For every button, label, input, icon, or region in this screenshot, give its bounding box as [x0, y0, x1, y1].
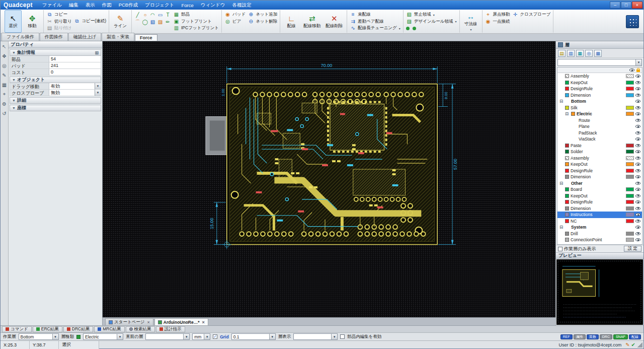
layer-row[interactable]: KeepOut — [557, 161, 642, 168]
net-add-button[interactable]: ⊕ネット追加 — [248, 12, 277, 18]
origin-move-button[interactable]: ⌖原点移動 — [485, 12, 510, 18]
menu-draw[interactable]: 作図 — [99, 1, 115, 10]
target-tool-icon[interactable]: ⌖ — [2, 91, 8, 97]
footprint-button[interactable]: ▣フットプリント — [173, 19, 219, 25]
ellipse-tool-icon[interactable]: ◯ — [142, 19, 148, 25]
grid-tool-icon[interactable]: ▦ — [2, 82, 8, 88]
layer-row[interactable]: Paste — [557, 143, 642, 149]
tab-check-finish[interactable]: 確認仕上げ — [68, 33, 101, 41]
visibility-eye-icon[interactable] — [635, 213, 640, 216]
close-tab-icon[interactable]: × — [147, 320, 150, 325]
visibility-eye-icon[interactable] — [635, 220, 640, 223]
dropdown-arrow-icon[interactable]: ▼ — [95, 83, 101, 89]
move-button[interactable]: ✥移動 — [24, 10, 41, 33]
polyline-tool-icon[interactable]: ╱ — [134, 12, 141, 18]
layer-row[interactable]: DesignRule — [557, 199, 642, 205]
toggle-badge[interactable]: 英数 — [587, 334, 599, 339]
layer-search-icon[interactable]: ◎ — [585, 50, 593, 57]
layer-row[interactable]: Board — [557, 186, 642, 193]
unit-select[interactable]: mm▼ — [192, 333, 210, 340]
tab-draw-ops[interactable]: 作図操作 — [40, 33, 68, 41]
layer-row[interactable]: DesignRule — [557, 168, 642, 174]
dimension-button[interactable]: ↔寸法線▾ — [462, 10, 479, 33]
inner-edit-checkbox[interactable] — [340, 334, 345, 339]
copy-sequential-button[interactable]: ⧉コピー(連続) — [73, 18, 106, 25]
visibility-eye-icon[interactable] — [635, 131, 640, 134]
visibility-eye-icon[interactable] — [635, 169, 640, 172]
app-launcher-grid-button[interactable] — [626, 15, 639, 28]
dropdown-arrow-icon[interactable]: ▼ — [95, 90, 101, 96]
menu-settings[interactable]: 各種設定 — [228, 1, 255, 10]
visibility-eye-icon[interactable] — [635, 150, 640, 153]
tab-design-instructions[interactable]: 設計指示 — [156, 326, 185, 332]
route-delete-button[interactable]: ✕配線削除 — [324, 10, 344, 33]
layer-set-icon[interactable]: ▥ — [567, 50, 575, 57]
tab-arduino-document[interactable]: ArduinoUnoRe…* × — [154, 318, 208, 325]
cut-button[interactable]: ✂切り取り — [46, 19, 71, 25]
menu-window[interactable]: ウィンドウ — [197, 1, 229, 10]
visibility-eye-icon[interactable] — [635, 182, 640, 185]
visibility-eye-icon[interactable] — [635, 194, 640, 197]
one-point-button[interactable]: ◉一点接続 — [485, 19, 510, 25]
draw-tool-icon[interactable]: ✎ — [2, 72, 8, 78]
visibility-eye-icon[interactable] — [635, 144, 640, 147]
section-options-icon[interactable]: ⊞ — [95, 50, 99, 55]
collapse-icon[interactable]: ⊟ — [559, 181, 564, 186]
toggle-badge[interactable]: REF — [560, 334, 573, 339]
layer-row[interactable]: DesignRule — [557, 86, 642, 92]
layer-group-row[interactable]: ⊟Other — [557, 180, 642, 187]
layer-row[interactable]: Silk — [557, 105, 642, 111]
layer-row-selected[interactable]: Instructions — [557, 212, 642, 218]
layer-row[interactable]: KeepOut — [557, 80, 642, 86]
arc-tool-icon[interactable]: ◠ — [149, 12, 156, 18]
layer-row[interactable]: NC — [557, 218, 642, 225]
grid-size-select[interactable]: 0.1▼ — [231, 333, 276, 340]
tab-file-ops[interactable]: ファイル操作 — [2, 33, 39, 41]
paste-button[interactable]: ▤貼り付け — [46, 25, 71, 32]
part-button[interactable]: ▦部品 — [173, 12, 219, 18]
layer-row[interactable]: Dimension — [557, 205, 642, 212]
design-rule-area-button[interactable]: ▨デザインルール領域▾ — [406, 19, 457, 25]
layer-row[interactable]: PadStack — [557, 130, 642, 136]
pen-tool-icon[interactable]: ✏ — [165, 19, 171, 25]
grid-checkbox[interactable]: ✓ — [213, 334, 217, 339]
layer-row[interactable]: Assembly — [557, 155, 642, 162]
net-remove-button[interactable]: ⊖ネット解除 — [248, 19, 277, 25]
visibility-eye-icon[interactable] — [635, 238, 640, 241]
layer-group-row[interactable]: ⊟Electric — [557, 111, 642, 117]
resize-grip[interactable] — [637, 342, 642, 347]
ipc-footprint-button[interactable]: ▥IPCフットプリント — [173, 25, 219, 32]
area-option-dots[interactable] — [406, 25, 457, 32]
section-coord-header[interactable]: ▼座標 — [10, 105, 101, 111]
text-tool-icon[interactable]: T — [165, 12, 171, 18]
working-layer-select[interactable]: Bottom▼ — [19, 333, 59, 340]
toggle-badge[interactable]: SNAP — [613, 334, 628, 339]
select-tool-icon[interactable]: ↖ — [2, 43, 8, 49]
section-summary-header[interactable]: ▼集計情報⊞ — [10, 49, 101, 56]
section-detail-header[interactable]: ▼詳細 — [10, 97, 101, 104]
layer-settings-button[interactable]: 設 定 — [624, 246, 641, 252]
pad-button[interactable]: ◉パッド — [224, 12, 246, 18]
tab-manufacture[interactable]: 製造・実装 — [102, 33, 134, 41]
minimize-button[interactable]: – — [610, 2, 620, 9]
layer-group-row[interactable]: ⊟Bottom — [557, 98, 642, 105]
pcb-canvas[interactable]: 70.00 57.00 15.00 8.00 1.00 — [103, 41, 555, 317]
pan-tool-icon[interactable]: ✥ — [2, 53, 8, 59]
menu-project[interactable]: プロジェクト — [141, 1, 178, 10]
menu-file[interactable]: ファイル — [39, 1, 65, 10]
visibility-eye-icon[interactable] — [635, 157, 640, 160]
visibility-eye-icon[interactable] — [635, 112, 640, 115]
maximize-button[interactable]: □ — [621, 2, 631, 9]
layer-filter-select[interactable]: ▼ — [557, 59, 642, 66]
previous-layer-select[interactable]: ▼ — [145, 333, 190, 340]
close-button[interactable]: × — [632, 2, 642, 9]
bundle-route-button[interactable]: ≡束配線 — [350, 12, 400, 18]
layer-list-icon[interactable]: ▤ — [558, 50, 566, 57]
cross-probe-button[interactable]: ✛クロスプローブ — [512, 12, 551, 18]
preview-panel[interactable] — [556, 259, 643, 325]
route-move-button[interactable]: ⇄配線移動 — [302, 10, 322, 33]
section-object-header[interactable]: ▼オブジェクト — [10, 77, 101, 83]
toggle-badge[interactable]: DRC — [600, 334, 612, 339]
layer-type-select[interactable]: Electric▼ — [83, 333, 123, 340]
keepout-button[interactable]: ▧禁止領域▾ — [406, 12, 457, 18]
